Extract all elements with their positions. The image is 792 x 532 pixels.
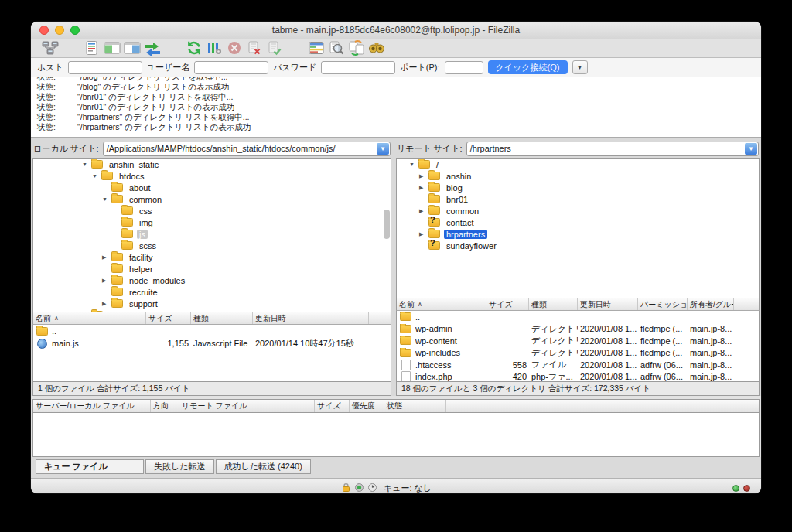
chevron-down-icon[interactable]: ▼ — [92, 173, 101, 179]
column-header-label: リモート ファイル — [182, 401, 247, 411]
file-row-main.js[interactable]: main.js1,155Javascript File2020/01/14 10… — [33, 337, 391, 350]
column-header-label: 状態 — [387, 401, 402, 411]
column-header[interactable]: サイズ — [146, 312, 191, 324]
tree-item-common[interactable]: ▼common — [33, 193, 391, 205]
tree-item-clipped[interactable] — [33, 309, 391, 312]
transfer-queue-body — [32, 413, 760, 457]
host-input[interactable] — [68, 61, 142, 74]
column-header[interactable]: サイズ — [315, 400, 350, 412]
cancel-transfer-button[interactable] — [224, 39, 244, 56]
lock-icon[interactable] — [341, 483, 351, 494]
column-header[interactable]: 更新日時 — [578, 298, 638, 310]
column-header[interactable]: パーミッション — [638, 298, 688, 310]
chevron-down-icon[interactable]: ▼ — [82, 162, 90, 167]
tree-item-facility[interactable]: ▶facility — [33, 251, 391, 263]
chevron-down-icon[interactable]: ▼ — [102, 196, 111, 202]
chevron-right-icon[interactable]: ▶ — [102, 301, 111, 307]
tree-item-anshin[interactable]: ▶anshin — [397, 170, 759, 182]
window-title: tabme - main.jp-8185dc64e6c08002@ftp.lol… — [272, 25, 520, 36]
chevron-right-icon[interactable]: ▶ — [102, 278, 111, 284]
close-window-button[interactable] — [39, 26, 49, 35]
directory-comparison-button[interactable] — [326, 39, 346, 56]
file-row-..[interactable]: .. — [33, 325, 391, 337]
column-header[interactable]: サイズ — [486, 298, 529, 310]
column-header[interactable]: 所有者/グループ — [688, 298, 734, 310]
tree-item-css[interactable]: css — [33, 205, 391, 217]
local-tree-toggle-button[interactable] — [102, 39, 122, 56]
column-header[interactable]: 状態 — [384, 400, 446, 412]
tree-item-about[interactable]: about — [33, 182, 391, 193]
file-row-wp-includes[interactable]: wp-includesディレクトリ2020/01/08 1...flcdmpe … — [397, 347, 759, 360]
synchronized-browsing-button[interactable] — [346, 39, 367, 56]
column-header[interactable]: 更新日時 — [253, 312, 369, 324]
message-log-toggle-button[interactable] — [82, 39, 102, 56]
tab-failed-transfers[interactable]: 失敗した転送 — [145, 459, 214, 474]
tree-item-sundayflower[interactable]: ?sundayflower — [397, 240, 759, 251]
column-header[interactable]: 名前∧ — [33, 312, 146, 324]
tree-item-support[interactable]: ▶support — [33, 298, 391, 309]
zoom-window-button[interactable] — [70, 26, 80, 35]
statusbar-icons — [341, 483, 377, 494]
column-header[interactable]: リモート ファイル — [179, 400, 315, 412]
column-header[interactable]: サーバー/ローカル ファイル — [33, 400, 151, 412]
quickconnect-button[interactable]: クイック接続(Q) — [488, 60, 568, 74]
column-header[interactable]: 優先度 — [350, 400, 384, 412]
scrollbar-thumb[interactable] — [384, 210, 390, 239]
tree-item-node_modules[interactable]: ▶node_modules — [33, 275, 391, 286]
tab-queued-files[interactable]: キュー ファイル — [36, 459, 144, 474]
tree-item-anshin_static[interactable]: ▼anshin_static — [33, 159, 391, 170]
tree-item-blog[interactable]: ▶blog — [397, 182, 759, 193]
queue-status-text: キュー: なし — [384, 483, 432, 494]
minimize-window-button[interactable] — [55, 26, 64, 35]
find-files-button[interactable] — [367, 39, 387, 56]
file-row-wp-content[interactable]: wp-contentディレクトリ2020/01/08 1...flcdmpe (… — [397, 335, 759, 347]
directory-filter-button[interactable] — [306, 39, 326, 56]
combo-dropdown-icon[interactable]: ▼ — [377, 143, 389, 155]
column-header[interactable]: 種類 — [529, 298, 578, 310]
speed-gauge-icon[interactable] — [367, 483, 377, 494]
column-header[interactable]: 方向 — [151, 400, 179, 412]
site-manager-button[interactable] — [40, 39, 60, 56]
remote-tree-toggle-button[interactable] — [122, 39, 142, 56]
tree-item-helper[interactable]: helper — [33, 263, 391, 275]
chevron-right-icon[interactable]: ▶ — [419, 185, 428, 191]
tree-item-contact[interactable]: ?contact — [397, 217, 759, 228]
title-bar[interactable]: tabme - main.jp-8185dc64e6c08002@ftp.lol… — [31, 22, 761, 39]
file-row-..[interactable]: .. — [397, 311, 759, 323]
quickconnect-dropdown-button[interactable]: ▼ — [572, 60, 588, 74]
tab-successful-transfers[interactable]: 成功した転送 (4240) — [216, 459, 311, 474]
chevron-right-icon[interactable]: ▶ — [419, 173, 428, 179]
chevron-right-icon[interactable]: ▶ — [419, 208, 428, 214]
tree-item-htdocs[interactable]: ▼htdocs — [33, 170, 391, 182]
tree-item-recruite[interactable]: recruite — [33, 286, 391, 298]
file-row-.htaccess[interactable]: .htaccess558ファイル2020/01/08 1...adfrw (06… — [397, 359, 759, 371]
remote-site-combobox[interactable]: /hrpartners ▼ — [466, 142, 759, 156]
tree-item-scss[interactable]: scss — [33, 240, 391, 251]
tree-item-img[interactable]: img — [33, 217, 391, 228]
combo-dropdown-icon[interactable]: ▼ — [745, 143, 757, 155]
reconnect-button[interactable] — [265, 39, 285, 56]
refresh-button[interactable] — [184, 39, 204, 56]
gear-icon[interactable] — [354, 483, 364, 494]
disconnect-button[interactable] — [244, 39, 265, 56]
tree-item-bnr01[interactable]: bnr01 — [397, 193, 759, 205]
file-row-index.php[interactable]: index.php420php-ファ...2020/01/08 1...adfr… — [397, 371, 759, 382]
log-status-label: 状態: — [37, 82, 77, 92]
folder-icon — [91, 160, 103, 169]
file-row-wp-admin[interactable]: wp-adminディレクトリ2020/01/08 1...flcdmpe (..… — [397, 323, 759, 336]
port-input[interactable] — [445, 61, 483, 74]
local-site-combobox[interactable]: /Applications/MAMP/htdocs/anshin_static/… — [103, 142, 391, 156]
chevron-right-icon[interactable]: ▶ — [102, 254, 111, 261]
column-header[interactable]: 名前∧ — [397, 298, 486, 310]
username-input[interactable] — [194, 61, 268, 74]
tree-item-common[interactable]: ▶common — [397, 205, 759, 217]
column-header[interactable]: 種類 — [191, 312, 253, 324]
password-input[interactable] — [321, 61, 395, 74]
chevron-right-icon[interactable]: ▶ — [419, 231, 428, 237]
process-queue-button[interactable] — [204, 39, 224, 56]
chevron-down-icon[interactable]: ▼ — [409, 162, 418, 167]
tree-item-hrpartners[interactable]: ▶hrpartners — [397, 228, 759, 240]
tree-item-js[interactable]: js — [33, 228, 391, 240]
transfer-queue-toggle-button[interactable] — [142, 39, 162, 56]
tree-item-/[interactable]: ▼/ — [397, 159, 759, 170]
